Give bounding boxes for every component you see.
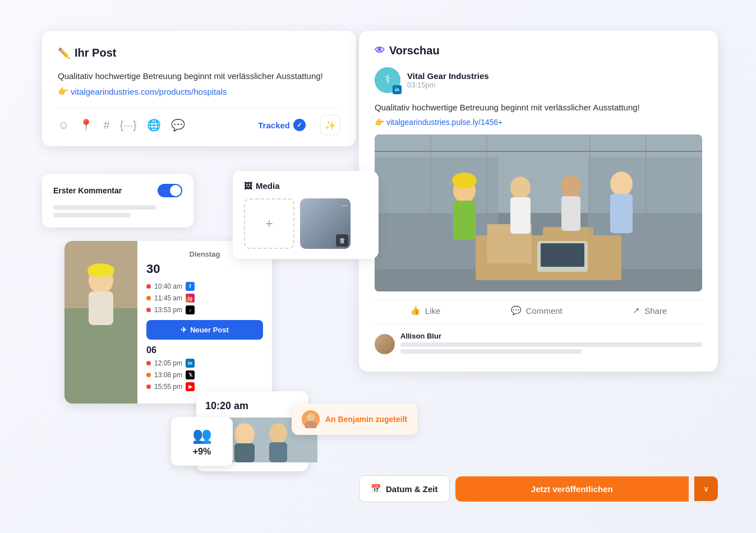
twitter-icon-5: 𝕏 (186, 370, 195, 379)
instagram-icon-2: ig (186, 294, 195, 303)
comment-icon-preview: 💬 (511, 305, 522, 316)
slot-dot-orange-5 (146, 373, 151, 377)
code-icon[interactable]: {···} (120, 119, 137, 132)
preview-image (375, 135, 702, 291)
link-icon: 👉 (58, 86, 68, 96)
calendar-slot-5: 13:08 pm 𝕏 (146, 370, 263, 379)
svg-rect-5 (88, 270, 114, 276)
comment-line-full (400, 342, 702, 347)
post-time-header: 10:20 am (205, 400, 299, 412)
post-toolbar: ☺ 📍 # {···} 🌐 💬 Tracked ✓ ✨ (58, 108, 340, 135)
slot-time-3: 13:53 pm (154, 306, 182, 314)
media-more-dots[interactable]: ··· (342, 201, 348, 210)
post-card-link[interactable]: 👉 vitalgearindustries.com/products/hospi… (58, 86, 340, 96)
preview-comment-row: Allison Blur (375, 332, 702, 356)
like-action[interactable]: 👍 Like (410, 305, 441, 316)
publish-dropdown-button[interactable]: ∨ (694, 476, 718, 501)
publish-button[interactable]: Jetzt veröffentlichen (455, 476, 689, 502)
svg-rect-33 (541, 243, 584, 267)
linkedin-icon-4: in (186, 359, 195, 368)
media-grid: + ··· 🗑 (244, 198, 367, 249)
new-post-icon: ✈ (181, 326, 187, 334)
placeholder-line-2 (53, 213, 131, 217)
facebook-icon-1: f (186, 282, 195, 291)
svg-point-9 (269, 423, 287, 443)
svg-point-12 (307, 414, 315, 421)
share-action[interactable]: ↗ Share (633, 305, 667, 316)
new-post-label: Neuer Post (190, 326, 229, 334)
preview-card: 👁 Vorschau ⚕ in Vital Gear Industries 03… (359, 31, 718, 372)
comment-toggle-card: Erster Kommentar (42, 174, 193, 228)
calendar-date-30: 30 (146, 262, 263, 276)
hashtag-icon[interactable]: # (103, 119, 109, 132)
date-time-button[interactable]: 📅 Datum & Zeit (359, 475, 450, 502)
tracked-badge[interactable]: Tracked ✓ (258, 119, 306, 131)
toggle-switch[interactable] (158, 184, 182, 197)
media-upload-box[interactable]: + (244, 198, 294, 249)
comment-line-short (400, 349, 582, 354)
svg-point-24 (452, 173, 477, 188)
comment-icon[interactable]: 💬 (171, 118, 185, 132)
tracked-check-icon: ✓ (293, 119, 306, 131)
assigned-card: An Benjamin zugeteilt (292, 404, 417, 435)
date-time-label: Datum & Zeit (386, 484, 438, 494)
slot-time-1: 10:40 am (154, 282, 182, 290)
calendar-date-06: 06 (146, 345, 263, 355)
people-icon: 👥 (180, 426, 224, 444)
svg-rect-31 (610, 194, 633, 233)
media-preview-box: ··· 🗑 (300, 198, 351, 249)
slot-dot-red-3 (146, 308, 151, 312)
youtube-icon-6: ▶ (186, 382, 195, 391)
like-icon: 👍 (410, 305, 421, 316)
calendar-slot-2: 11:45 am ig (146, 294, 263, 303)
preview-company-info: Vital Gear Industries 03:15pm (407, 71, 489, 89)
location-icon[interactable]: 📍 (79, 118, 93, 132)
preview-link-icon: 👉 (375, 118, 386, 127)
media-icon: 🖼 (244, 181, 252, 191)
media-card: 🖼 Media + ··· 🗑 (233, 171, 379, 259)
magic-button[interactable]: ✨ (320, 115, 340, 135)
post-card-body: Qualitativ hochwertige Betreuung beginnt… (58, 69, 340, 83)
calendar-slot-4: 12:05 pm in (146, 359, 263, 368)
preview-link-text: vitalgearindustries.pulse.ly/1456+ (386, 118, 503, 127)
preview-title: 👁 Vorschau (375, 44, 702, 57)
slot-time-4: 12:05 pm (154, 359, 182, 367)
slot-dot-red-1 (146, 284, 151, 289)
assigned-label: An Benjamin zugeteilt (325, 415, 407, 424)
comment-placeholder-lines (53, 205, 182, 217)
calendar-slot-6: 15:55 pm ▶ (146, 382, 263, 391)
globe-icon[interactable]: 🌐 (147, 118, 161, 132)
calendar-slot-3: 13:53 pm ♪ (146, 305, 263, 314)
placeholder-line-1 (53, 205, 156, 210)
preview-time: 03:15pm (407, 81, 489, 89)
preview-text: Qualitativ hochwertige Betreuung beginnt… (375, 101, 702, 114)
tracked-label: Tracked (258, 120, 290, 130)
comment-toggle-header: Erster Kommentar (53, 184, 182, 197)
slot-dot-orange-2 (146, 296, 151, 300)
comment-input-area: Allison Blur (400, 332, 702, 356)
calendar-photo (64, 241, 137, 404)
link-text: vitalgearindustries.com/products/hospita… (71, 87, 227, 96)
slot-time-5: 13:08 pm (154, 371, 182, 379)
comment-action[interactable]: 💬 Comment (511, 305, 563, 316)
slot-time-2: 11:45 am (154, 294, 182, 302)
svg-rect-10 (269, 442, 287, 462)
svg-rect-27 (510, 197, 531, 234)
calendar-card: Dienstag 30 10:40 am f 11:45 am ig 13:53… (64, 241, 272, 404)
calendar-slot-1: 10:40 am f (146, 282, 263, 291)
media-delete-btn[interactable]: 🗑 (336, 234, 348, 247)
svg-rect-29 (561, 196, 580, 231)
preview-company-name: Vital Gear Industries (407, 71, 489, 81)
share-label: Share (644, 306, 667, 316)
comment-toggle-label: Erster Kommentar (53, 186, 122, 195)
new-post-button[interactable]: ✈ Neuer Post (146, 320, 263, 340)
svg-point-28 (561, 175, 581, 198)
eye-icon: 👁 (375, 45, 385, 57)
svg-text:⚕: ⚕ (385, 73, 391, 85)
slot-time-6: 15:55 pm (154, 383, 182, 391)
comment-avatar (375, 334, 395, 354)
emoji-icon[interactable]: ☺ (58, 119, 69, 132)
preview-link[interactable]: 👉 vitalgearindustries.pulse.ly/1456+ (375, 118, 702, 127)
bottom-bar: 📅 Datum & Zeit Jetzt veröffentlichen ∨ (359, 475, 718, 502)
calendar-section-06: 06 12:05 pm in 13:08 pm 𝕏 15:55 pm ▶ (146, 345, 263, 391)
